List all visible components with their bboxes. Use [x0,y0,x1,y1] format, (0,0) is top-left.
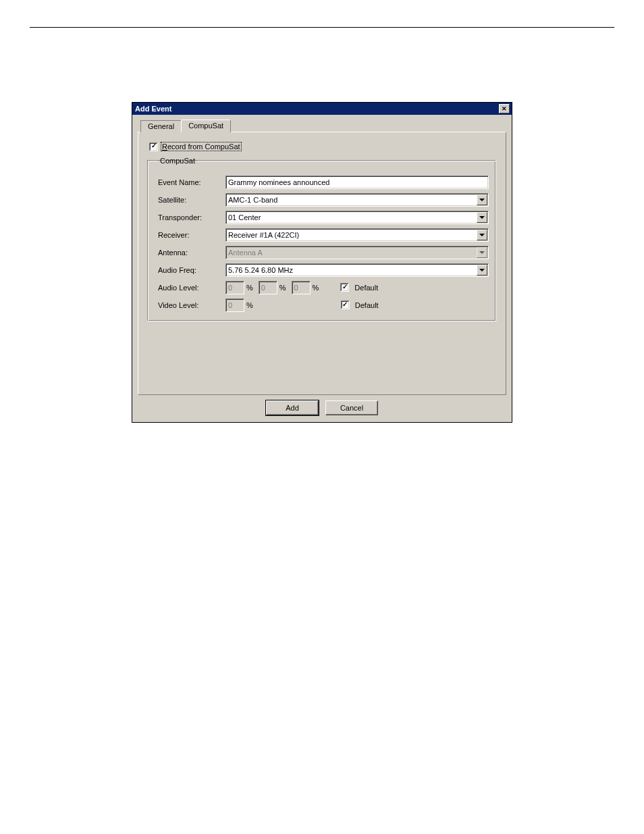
label-audio-freq: Audio Freq: [158,266,225,274]
check-icon: ✓ [342,301,348,308]
row-transponder: Transponder: 01 Center [158,210,489,224]
cancel-button[interactable]: Cancel [325,400,378,415]
tab-general[interactable]: General [140,120,182,132]
chevron-down-icon [479,216,485,219]
audio-default-checkbox[interactable]: ✓ [340,283,349,292]
audio-freq-combo[interactable]: 5.76 5.24 6.80 MHz [225,263,489,277]
video-level-input: 0 [225,298,244,312]
close-button[interactable]: ✕ [499,104,510,113]
value: 0 [228,301,232,309]
label-transponder: Transponder: [158,213,225,221]
value: 0 [228,284,232,292]
button-bar: Add Cancel [138,400,506,415]
audio-level-1-input: 0 [225,281,244,294]
pct-3: % [313,284,319,292]
compusat-groupbox: CompuSat Event Name: Grammy nominees ann… [148,157,496,321]
dropdown-button[interactable] [477,194,487,205]
row-antenna: Antenna: Antenna A [158,245,489,259]
label-audio-level: Audio Level: [158,284,225,292]
satellite-combo[interactable]: AMC-1 C-band [225,193,489,207]
page-rule [30,27,614,28]
client-area: General CompuSat ✓ Record from CompuSat … [132,115,512,422]
label-receiver: Receiver: [158,231,225,239]
tab-label: CompuSat [188,122,223,130]
button-label: Cancel [340,404,363,412]
label-event-name: Event Name: [158,178,225,186]
audio-level-3-input: 0 [292,281,311,294]
video-default-label: Default [355,301,379,309]
chevron-down-icon [479,251,485,254]
tab-panel-compusat: ✓ Record from CompuSat CompuSat Event Na… [138,132,506,395]
button-label: Add [286,404,299,412]
label-antenna: Antenna: [158,249,225,257]
row-event-name: Event Name: Grammy nominees announced [158,175,489,189]
audio-freq-value: 5.76 5.24 6.80 MHz [228,266,293,274]
record-from-compusat-row: ✓ Record from CompuSat [149,142,496,151]
audio-level-2-input: 0 [259,281,277,294]
accelerator-letter: R [162,142,167,151]
row-satellite: Satellite: AMC-1 C-band [158,192,489,207]
tab-label: General [148,122,174,130]
label-video-level: Video Level: [158,301,225,309]
dialog-container: Add Event ✕ General CompuSat ✓ [132,102,512,423]
add-button[interactable]: Add [266,400,319,415]
pct-video: % [246,301,253,309]
dropdown-button [477,247,487,258]
value: 0 [261,284,265,292]
receiver-combo[interactable]: Receiver #1A (422CI) [225,228,489,242]
row-receiver: Receiver: Receiver #1A (422CI) [158,228,489,242]
dropdown-button[interactable] [477,265,487,276]
record-from-compusat-checkbox[interactable]: ✓ [149,142,158,151]
chevron-down-icon [479,234,485,236]
row-audio-level: Audio Level: 0 % 0 % 0 % ✓ Default [158,280,489,294]
label-rest: ecord from CompuSat [167,142,240,151]
value: 0 [294,284,298,292]
label-satellite: Satellite: [158,196,225,204]
audio-default-label: Default [354,284,378,292]
pct-1: % [246,284,253,292]
receiver-value: Receiver #1A (422CI) [228,231,299,239]
row-video-level: Video Level: 0 % ✓ Default [158,298,489,312]
add-event-dialog: Add Event ✕ General CompuSat ✓ [132,102,512,423]
satellite-value: AMC-1 C-band [228,196,277,204]
record-from-compusat-label[interactable]: Record from CompuSat [161,142,242,151]
dropdown-button[interactable] [477,212,487,223]
check-icon: ✓ [342,284,348,290]
transponder-combo[interactable]: 01 Center [225,211,489,224]
chevron-down-icon [479,269,485,271]
antenna-value: Antenna A [228,249,263,257]
groupbox-legend: CompuSat [158,157,197,165]
video-default-checkbox[interactable]: ✓ [341,301,350,309]
close-icon: ✕ [502,105,507,112]
row-audio-freq: Audio Freq: 5.76 5.24 6.80 MHz [158,263,489,277]
event-name-value: Grammy nominees announced [228,178,329,186]
transponder-value: 01 Center [228,213,261,221]
dropdown-button[interactable] [477,230,487,240]
pct-2: % [279,284,286,292]
antenna-combo: Antenna A [225,246,489,259]
event-name-input[interactable]: Grammy nominees announced [225,176,489,189]
titlebar[interactable]: Add Event ✕ [132,103,512,115]
check-icon: ✓ [151,142,157,149]
dialog-title: Add Event [135,105,171,113]
tab-compusat[interactable]: CompuSat [181,120,231,132]
chevron-down-icon [479,199,485,201]
tabstrip: General CompuSat [140,119,506,132]
